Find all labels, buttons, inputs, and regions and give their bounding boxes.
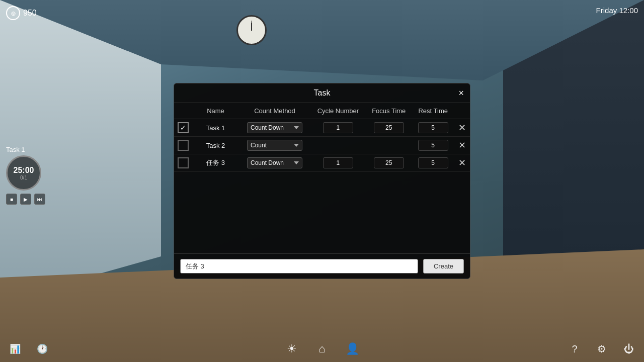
- task-rest-input-0[interactable]: [418, 122, 448, 133]
- checkbox-cell: ✓: [174, 119, 192, 137]
- task-modal: Task × Name Count Method Cycle Number Fo…: [174, 83, 470, 279]
- col-header-cycle-number: Cycle Number: [310, 103, 366, 119]
- col-header-checkbox: [174, 103, 192, 119]
- task-focus-cell-1: [366, 137, 412, 154]
- task-focus-input-2[interactable]: [374, 157, 404, 168]
- task-focus-cell-2: [366, 154, 412, 172]
- new-task-input[interactable]: [180, 259, 418, 274]
- task-method-select-2[interactable]: Count DownCount: [247, 157, 302, 168]
- checkbox-cell: [174, 137, 192, 154]
- task-focus-cell-0: [366, 119, 412, 137]
- task-method-select-0[interactable]: Count DownCount: [247, 122, 302, 133]
- table-row: 任务 3Count DownCount✕: [174, 154, 470, 172]
- task-delete-cell-0: ✕: [454, 119, 470, 137]
- task-method-cell-2: Count DownCount: [239, 154, 310, 172]
- create-button[interactable]: Create: [423, 259, 464, 274]
- modal-close-button[interactable]: ×: [458, 88, 464, 98]
- task-name-2: 任务 3: [192, 154, 239, 172]
- task-checkbox-2[interactable]: [178, 157, 189, 168]
- col-header-count-method: Count Method: [239, 103, 310, 119]
- col-header-focus-time: Focus Time: [366, 103, 412, 119]
- checkbox-cell: [174, 154, 192, 172]
- task-table: Name Count Method Cycle Number Focus Tim…: [174, 103, 470, 172]
- task-rest-cell-2: [412, 154, 454, 172]
- task-rest-input-2[interactable]: [418, 157, 448, 168]
- task-cycle-input-0[interactable]: [323, 122, 353, 133]
- modal-footer: Create: [174, 253, 470, 279]
- task-cycle-cell-2: [310, 154, 366, 172]
- task-checkbox-1[interactable]: [178, 140, 189, 151]
- task-focus-input-0[interactable]: [374, 122, 404, 133]
- task-rest-input-1[interactable]: [418, 140, 448, 151]
- task-delete-button-0[interactable]: ✕: [458, 123, 466, 132]
- task-rest-cell-0: [412, 119, 454, 137]
- modal-title: Task: [314, 88, 331, 98]
- table-row: ✓Task 1Count DownCount✕: [174, 119, 470, 137]
- task-rest-cell-1: [412, 137, 454, 154]
- task-delete-button-1[interactable]: ✕: [458, 141, 466, 150]
- task-delete-cell-1: ✕: [454, 137, 470, 154]
- table-row: Task 2Count DownCount✕: [174, 137, 470, 154]
- modal-header: Task ×: [174, 83, 470, 103]
- task-delete-cell-2: ✕: [454, 154, 470, 172]
- task-cycle-cell-0: [310, 119, 366, 137]
- modal-overlay: Task × Name Count Method Cycle Number Fo…: [0, 0, 644, 362]
- task-checkbox-0[interactable]: ✓: [178, 122, 189, 133]
- task-name-0: Task 1: [192, 119, 239, 137]
- task-cycle-cell-1: [310, 137, 366, 154]
- task-method-cell-0: Count DownCount: [239, 119, 310, 137]
- task-method-select-1[interactable]: Count DownCount: [247, 140, 302, 151]
- col-header-delete: [454, 103, 470, 119]
- task-delete-button-2[interactable]: ✕: [458, 158, 466, 167]
- col-header-name: Name: [192, 103, 239, 119]
- modal-content: Name Count Method Cycle Number Focus Tim…: [174, 103, 470, 198]
- task-name-1: Task 2: [192, 137, 239, 154]
- task-method-cell-1: Count DownCount: [239, 137, 310, 154]
- task-cycle-input-2[interactable]: [323, 157, 353, 168]
- col-header-rest-time: Rest Time: [412, 103, 454, 119]
